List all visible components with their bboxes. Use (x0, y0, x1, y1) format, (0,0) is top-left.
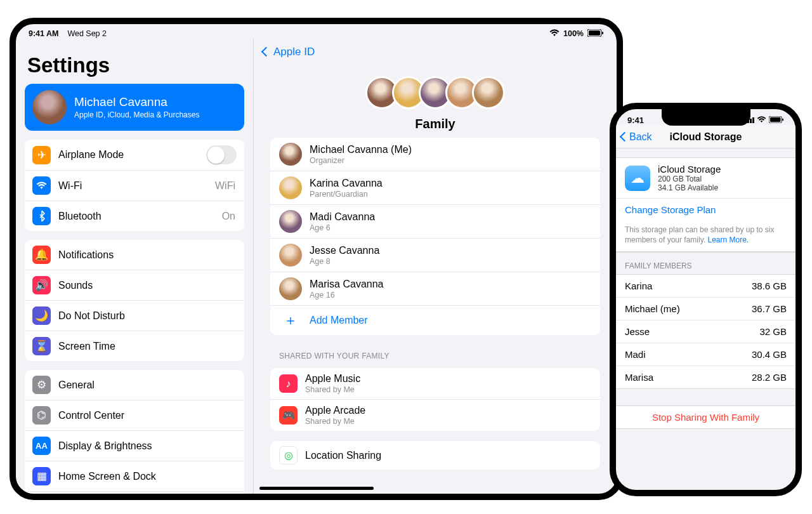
member-usage: 28.2 GB (752, 372, 787, 383)
settings-row-sounds[interactable]: 🔊Sounds (25, 270, 244, 300)
stop-sharing-label: Stop Sharing With Family (652, 412, 759, 423)
settings-row-icon (32, 176, 51, 195)
add-member-button[interactable]: ＋ Add Member (270, 305, 600, 335)
status-time: 9:41 AM (29, 29, 58, 38)
home-indicator[interactable] (259, 487, 374, 490)
ipad-status-bar: 9:41 AM Wed Sep 2 100% (16, 24, 617, 38)
svg-rect-8 (770, 117, 781, 122)
usage-row[interactable]: Karina 38.6 GB (616, 275, 796, 297)
iphone-frame: 9:41 Back iCloud Storage ☁︎ iCloud Stora… (610, 103, 802, 496)
svg-rect-1 (589, 30, 600, 36)
svg-rect-5 (750, 119, 752, 123)
more-sharing-card: ◎ Location Sharing (270, 441, 600, 470)
wifi-icon (549, 29, 560, 39)
nav-title: iCloud Storage (670, 131, 742, 143)
settings-row-bluetooth[interactable]: BluetoothOn (25, 201, 244, 231)
member-name: Jesse (625, 326, 650, 337)
back-label: Apple ID (273, 46, 315, 58)
family-member-row[interactable]: Jesse Cavanna Age 8 (270, 238, 600, 272)
settings-row-icon (32, 207, 51, 225)
shared-service-row[interactable]: 🎮 Apple Arcade Shared by Me (270, 399, 600, 431)
member-name: Karina Cavanna (310, 178, 383, 189)
change-storage-plan-button[interactable]: Change Storage Plan (616, 198, 796, 221)
settings-row-home-screen-dock[interactable]: ▦Home Screen & Dock (25, 461, 244, 491)
family-heading: Family (254, 117, 617, 131)
settings-row-airplane-mode[interactable]: ✈︎Airplane Mode (25, 140, 244, 170)
row-label: Bluetooth (58, 211, 214, 222)
storage-label: iCloud Storage (658, 164, 721, 175)
settings-row-control-center[interactable]: ⌬Control Center (25, 400, 244, 430)
back-button[interactable]: Back (621, 131, 652, 143)
status-right (745, 115, 784, 125)
shared-service-row[interactable]: ♪ Apple Music Shared by Me (270, 368, 600, 399)
member-role: Organizer (310, 156, 412, 165)
family-member-row[interactable]: Michael Cavanna (Me) Organizer (270, 138, 600, 171)
family-avatars (254, 76, 617, 112)
svg-rect-9 (782, 119, 783, 121)
member-usage: 32 GB (759, 326, 787, 337)
toggle[interactable] (206, 145, 237, 164)
settings-row-icon: ⌬ (32, 406, 51, 425)
settings-group-alerts: 🔔Notifications🔊Sounds🌙Do Not Disturb⌛Scr… (25, 240, 244, 361)
chevron-left-icon (621, 131, 629, 143)
member-role: Age 8 (310, 257, 379, 266)
row-label: Display & Brightness (58, 440, 237, 452)
profile-subtitle: Apple ID, iCloud, Media & Purchases (74, 110, 199, 119)
svg-rect-6 (752, 117, 754, 123)
family-member-row[interactable]: Madi Cavanna Age 6 (270, 204, 600, 238)
shared-group-header: SHARED WITH YOUR FAMILY (254, 345, 617, 363)
icloud-icon: ☁︎ (625, 166, 650, 191)
settings-row-icon: ▦ (32, 467, 51, 485)
row-label: Notifications (58, 249, 237, 261)
service-sub: Shared by Me (305, 417, 365, 426)
storage-total: 200 GB Total (658, 175, 721, 183)
more-row[interactable]: ◎ Location Sharing (270, 441, 600, 470)
row-value: WiFi (215, 180, 237, 192)
avatar (279, 244, 302, 267)
member-name: Marisa (625, 372, 653, 383)
member-role: Age 6 (310, 223, 375, 232)
stop-sharing-button[interactable]: Stop Sharing With Family (616, 406, 796, 428)
page-title: Settings (25, 42, 244, 84)
usage-row[interactable]: Jesse 32 GB (616, 320, 796, 343)
back-button[interactable]: Apple ID (254, 38, 617, 62)
family-members-header: FAMILY MEMBERS (616, 253, 796, 273)
settings-row-notifications[interactable]: 🔔Notifications (25, 240, 244, 270)
storage-summary-card: ☁︎ iCloud Storage 200 GB Total 34.1 GB A… (616, 157, 796, 253)
settings-group-general: ⚙︎General⌬Control CenterAADisplay & Brig… (25, 370, 244, 494)
settings-row-wi-fi[interactable]: Wi-FiWiFi (25, 170, 244, 201)
member-name: Marisa Cavanna (310, 279, 384, 290)
usage-row[interactable]: Madi 30.4 GB (616, 343, 796, 366)
battery-percent: 100% (563, 29, 584, 38)
settings-row-display-brightness[interactable]: AADisplay & Brightness (25, 430, 244, 461)
family-member-row[interactable]: Karina Cavanna Parent/Guardian (270, 171, 600, 204)
family-member-row[interactable]: Marisa Cavanna Age 16 (270, 272, 600, 305)
status-time: 9:41 (627, 115, 644, 125)
settings-row-accessibility[interactable]: ♿︎Accessibility (25, 491, 244, 494)
row-label: Home Screen & Dock (58, 471, 237, 482)
storage-footnote: This storage plan can be shared by up to… (616, 221, 796, 252)
member-name: Jesse Cavanna (310, 245, 379, 256)
avatar (279, 210, 302, 233)
apple-id-profile-row[interactable]: Michael Cavanna Apple ID, iCloud, Media … (25, 84, 244, 131)
row-value: On (222, 211, 237, 222)
settings-group-network: ✈︎Airplane ModeWi-FiWiFiBluetoothOn (25, 140, 244, 231)
app-icon: ♪ (279, 374, 298, 393)
service-label: Apple Arcade (305, 405, 365, 416)
row-label: Screen Time (58, 341, 237, 352)
usage-row[interactable]: Michael (me) 36.7 GB (616, 297, 796, 320)
settings-row-general[interactable]: ⚙︎General (25, 370, 244, 400)
storage-summary-row[interactable]: ☁︎ iCloud Storage 200 GB Total 34.1 GB A… (616, 158, 796, 198)
settings-row-icon: 🌙 (32, 306, 51, 325)
member-name: Michael Cavanna (Me) (310, 144, 412, 155)
usage-row[interactable]: Marisa 28.2 GB (616, 366, 796, 388)
iphone-notch (662, 109, 750, 126)
settings-row-icon: ⚙︎ (32, 376, 51, 394)
settings-row-screen-time[interactable]: ⌛Screen Time (25, 331, 244, 361)
avatar (32, 90, 67, 124)
learn-more-link[interactable]: Learn More. (707, 235, 749, 244)
member-usage: 38.6 GB (752, 280, 787, 291)
ipad-frame: 9:41 AM Wed Sep 2 100% Settings Michael … (10, 18, 623, 500)
footnote-text: This storage plan can be shared by up to… (625, 225, 774, 244)
settings-row-do-not-disturb[interactable]: 🌙Do Not Disturb (25, 300, 244, 331)
